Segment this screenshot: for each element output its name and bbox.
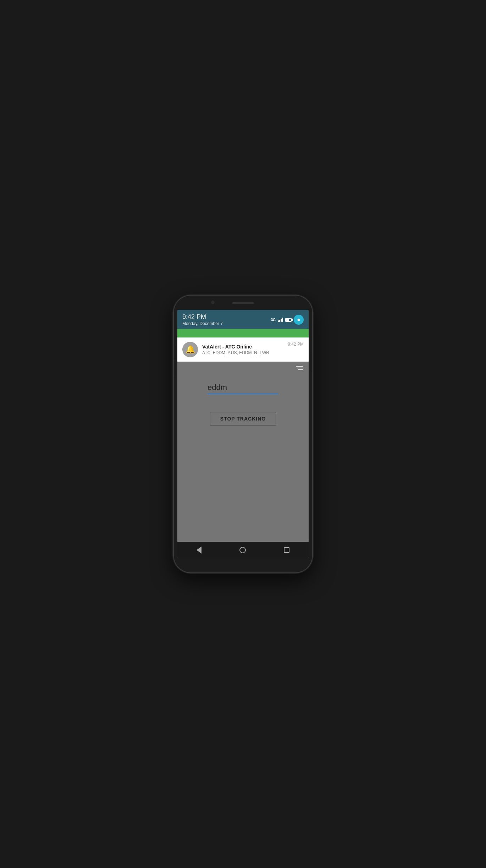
battery-icon <box>285 318 292 322</box>
search-container <box>208 381 278 394</box>
bell-icon: 🔔 <box>186 345 195 354</box>
home-button[interactable] <box>237 544 249 556</box>
network-type-label: 3G <box>271 318 276 322</box>
notification-title: VatAlert - ATC Online <box>202 344 283 350</box>
status-icons: 3G ● <box>271 315 304 325</box>
power-button[interactable] <box>312 352 312 372</box>
account-circle-icon: ● <box>297 317 300 323</box>
notification-message: ATC: EDDM_ATIS, EDDM_N_TWR <box>202 350 283 355</box>
app-content: STOP TRACKING <box>177 362 309 542</box>
menu-button[interactable] <box>296 366 304 370</box>
date-display: Monday, December 7 <box>182 321 223 326</box>
menu-line-1 <box>296 366 303 367</box>
status-time: 9:42 PM Monday, December 7 <box>182 313 223 326</box>
signal-bars-icon <box>278 318 283 322</box>
volume-down-button[interactable] <box>174 363 174 377</box>
notification-content: VatAlert - ATC Online ATC: EDDM_ATIS, ED… <box>202 344 283 355</box>
time-display: 9:42 PM <box>182 313 223 321</box>
home-circle-icon <box>239 547 246 553</box>
menu-line-2 <box>297 368 304 368</box>
back-arrow-icon <box>197 546 201 554</box>
screen: 9:42 PM Monday, December 7 3G ● <box>177 310 309 558</box>
phone-frame: 9:42 PM Monday, December 7 3G ● <box>174 296 312 572</box>
camera <box>211 301 215 304</box>
search-input-wrapper <box>208 381 278 394</box>
notification-time: 9:42 PM <box>288 342 304 347</box>
notification-app-icon: 🔔 <box>182 342 198 357</box>
recents-button[interactable] <box>281 544 292 556</box>
back-button[interactable] <box>194 544 204 556</box>
menu-lines-icon <box>296 366 304 370</box>
notification-card[interactable]: 🔔 VatAlert - ATC Online ATC: EDDM_ATIS, … <box>177 337 309 362</box>
speaker <box>232 302 254 304</box>
app-header-partial <box>177 329 309 337</box>
recents-square-icon <box>284 547 289 553</box>
stop-tracking-button[interactable]: STOP TRACKING <box>210 412 276 425</box>
navigation-bar <box>177 542 309 558</box>
airport-search-input[interactable] <box>208 381 278 394</box>
volume-up-button[interactable] <box>174 345 174 359</box>
menu-line-3 <box>298 369 303 370</box>
status-bar: 9:42 PM Monday, December 7 3G ● <box>177 310 309 329</box>
avatar[interactable]: ● <box>294 315 304 325</box>
